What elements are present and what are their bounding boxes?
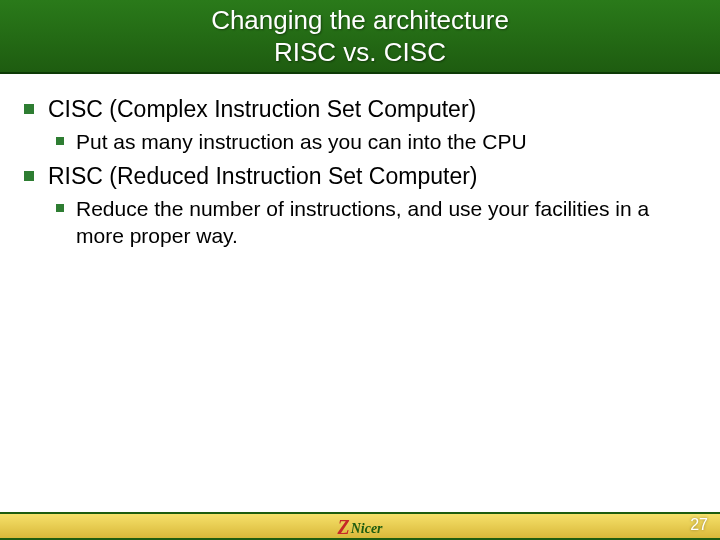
logo: Z Nicer xyxy=(337,518,382,536)
list-subitem-text: Reduce the number of instructions, and u… xyxy=(76,195,696,249)
list-item-text: RISC (Reduced Instruction Set Computer) xyxy=(48,161,478,191)
body-area: CISC (Complex Instruction Set Computer) … xyxy=(0,74,720,249)
logo-z: Z xyxy=(337,518,349,536)
list-item-text: CISC (Complex Instruction Set Computer) xyxy=(48,94,476,124)
title-bar: Changing the architecture RISC vs. CISC xyxy=(0,0,720,74)
title-line2: RISC vs. CISC xyxy=(0,36,720,68)
footer-bar: Z Nicer 27 xyxy=(0,512,720,540)
list-item: RISC (Reduced Instruction Set Computer) xyxy=(24,161,696,191)
square-bullet-icon xyxy=(24,171,34,181)
square-bullet-icon xyxy=(56,204,64,212)
page-number: 27 xyxy=(690,516,708,534)
slide: Changing the architecture RISC vs. CISC … xyxy=(0,0,720,540)
square-bullet-icon xyxy=(24,104,34,114)
list-subitem: Put as many instruction as you can into … xyxy=(56,128,696,155)
list-item: CISC (Complex Instruction Set Computer) xyxy=(24,94,696,124)
title-line1: Changing the architecture xyxy=(0,4,720,36)
square-bullet-icon xyxy=(56,137,64,145)
list-subitem-text: Put as many instruction as you can into … xyxy=(76,128,527,155)
list-subitem: Reduce the number of instructions, and u… xyxy=(56,195,696,249)
logo-nicer: Nicer xyxy=(351,522,383,536)
